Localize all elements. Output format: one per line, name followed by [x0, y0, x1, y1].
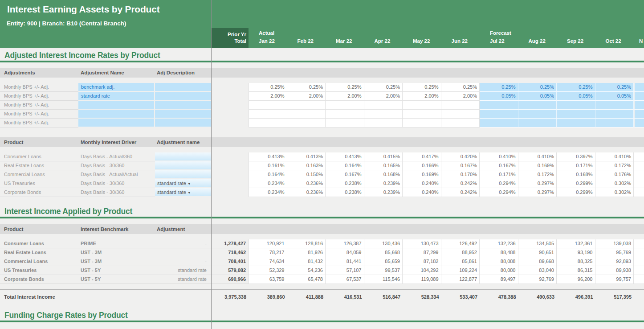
value-cell[interactable]: 92,893 [595, 257, 634, 266]
adjustment-name-input[interactable] [78, 119, 155, 127]
value-cell[interactable]: 0.161% [249, 161, 287, 170]
value-cell[interactable] [403, 119, 441, 127]
adjustment-name-input[interactable]: benchmark adj. [78, 83, 155, 92]
value-cell[interactable] [403, 101, 441, 110]
value-cell[interactable]: 0.410% [518, 152, 557, 161]
value-cell[interactable]: 85,861 [441, 257, 480, 266]
adjustment-name-input[interactable] [78, 101, 155, 110]
value-cell[interactable]: 0.169% [518, 161, 557, 170]
value-cell[interactable]: 0.171% [557, 161, 595, 170]
value-cell[interactable]: 132,361 [557, 239, 595, 248]
value-cell[interactable]: 0.165% [364, 161, 403, 170]
value-cell[interactable]: 109,224 [441, 266, 480, 275]
value-cell[interactable]: 2.00% [287, 92, 326, 101]
value-cell[interactable]: 99,757 [595, 275, 634, 284]
value-cell[interactable] [518, 119, 557, 127]
value-cell[interactable]: 96,200 [557, 275, 595, 284]
value-cell[interactable]: 0.169% [403, 170, 441, 179]
value-cell[interactable]: 0.410% [480, 152, 518, 161]
value-cell[interactable]: 0.167% [441, 161, 480, 170]
value-cell[interactable]: 0.297% [518, 188, 557, 197]
value-cell[interactable]: 0.168% [364, 170, 403, 179]
value-cell[interactable]: 88,952 [441, 248, 480, 257]
value-cell[interactable] [557, 101, 595, 110]
value-cell[interactable]: 0.25% [287, 83, 326, 92]
value-cell[interactable]: 0.150% [287, 170, 326, 179]
value-cell[interactable]: 0.242% [441, 179, 480, 188]
value-cell[interactable] [287, 119, 326, 127]
value-cell[interactable] [441, 110, 480, 119]
adjustment-name-dropdown[interactable] [155, 152, 211, 161]
value-cell[interactable]: 0.25% [480, 83, 518, 92]
value-cell[interactable]: 0.25% [364, 83, 403, 92]
adjustment-description-input[interactable] [155, 83, 211, 92]
value-cell[interactable]: 2.00% [249, 92, 287, 101]
value-cell[interactable] [557, 110, 595, 119]
value-cell[interactable]: 0.413% [249, 152, 287, 161]
value-cell[interactable] [480, 110, 518, 119]
value-cell[interactable] [557, 119, 595, 127]
adjustment-name-dropdown[interactable] [155, 170, 211, 179]
value-cell[interactable]: 122,877 [441, 275, 480, 284]
value-cell[interactable] [364, 110, 403, 119]
value-cell[interactable]: 0.415% [364, 152, 403, 161]
value-cell[interactable]: 0.25% [441, 83, 480, 92]
value-cell[interactable]: 0.239% [364, 188, 403, 197]
value-cell[interactable]: 0.299% [557, 179, 595, 188]
value-cell[interactable]: 78,217 [249, 248, 287, 257]
value-cell[interactable] [441, 119, 480, 127]
adjustment-name-input[interactable] [78, 110, 155, 119]
value-cell[interactable]: 0.164% [249, 170, 287, 179]
value-cell[interactable]: 0.410% [595, 152, 634, 161]
value-cell[interactable]: 0.238% [326, 179, 364, 188]
value-cell[interactable]: 65,478 [287, 275, 326, 284]
value-cell[interactable]: 2.00% [326, 92, 364, 101]
value-cell[interactable]: 0.172% [595, 161, 634, 170]
value-cell[interactable] [249, 110, 287, 119]
frozen-pane-divider[interactable] [211, 0, 212, 329]
value-cell[interactable]: 0.234% [249, 179, 287, 188]
value-cell[interactable] [480, 101, 518, 110]
value-cell[interactable]: 89,668 [518, 257, 557, 266]
value-cell[interactable]: 57,107 [326, 266, 364, 275]
value-cell[interactable]: 85,668 [364, 248, 403, 257]
value-cell[interactable]: 0.167% [480, 161, 518, 170]
value-cell[interactable]: 0.240% [403, 188, 441, 197]
value-cell[interactable]: 0.413% [326, 152, 364, 161]
value-cell[interactable]: 90,651 [518, 248, 557, 257]
adjustment-description-input[interactable] [155, 101, 211, 110]
value-cell[interactable] [480, 119, 518, 127]
value-cell[interactable]: 126,387 [326, 239, 364, 248]
value-cell[interactable] [364, 119, 403, 127]
adjustment-name-dropdown[interactable] [155, 161, 211, 170]
value-cell[interactable]: 52,329 [249, 266, 287, 275]
value-cell[interactable] [326, 119, 364, 127]
value-cell[interactable]: 126,492 [441, 239, 480, 248]
value-cell[interactable]: 130,473 [403, 239, 441, 248]
value-cell[interactable]: 120,921 [249, 239, 287, 248]
value-cell[interactable]: 74,634 [249, 257, 287, 266]
adjustment-name-dropdown[interactable]: standard rate▾ [155, 188, 211, 197]
value-cell[interactable]: 0.170% [441, 170, 480, 179]
value-cell[interactable] [287, 110, 326, 119]
value-cell[interactable] [326, 110, 364, 119]
adjustment-description-input[interactable] [155, 92, 211, 101]
adjustment-name-input[interactable]: standard rate [78, 92, 155, 101]
value-cell[interactable]: 0.25% [557, 83, 595, 92]
value-cell[interactable]: 0.236% [287, 188, 326, 197]
value-cell[interactable]: 99,537 [364, 266, 403, 275]
adjustment-description-input[interactable] [155, 110, 211, 119]
value-cell[interactable]: 63,759 [249, 275, 287, 284]
value-cell[interactable] [595, 101, 634, 110]
value-cell[interactable]: 139,038 [595, 239, 634, 248]
value-cell[interactable]: 87,182 [403, 257, 441, 266]
value-cell[interactable]: 0.297% [518, 179, 557, 188]
value-cell[interactable]: 2.00% [364, 92, 403, 101]
value-cell[interactable]: 88,325 [557, 257, 595, 266]
value-cell[interactable]: 87,299 [403, 248, 441, 257]
value-cell[interactable]: 67,537 [326, 275, 364, 284]
value-cell[interactable] [249, 101, 287, 110]
value-cell[interactable]: 119,089 [403, 275, 441, 284]
value-cell[interactable]: 0.236% [287, 179, 326, 188]
value-cell[interactable]: 0.420% [441, 152, 480, 161]
